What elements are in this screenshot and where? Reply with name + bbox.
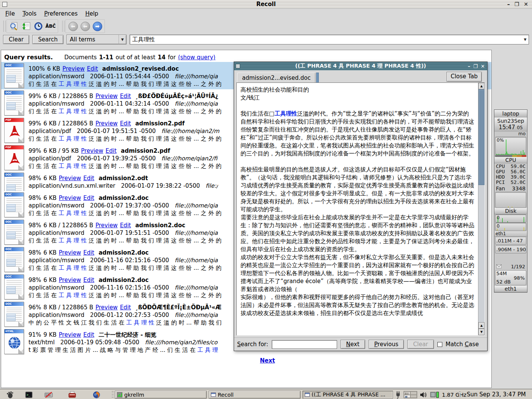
preview-maximize-button[interactable]: ❐ — [473, 63, 478, 69]
result-title: admission2.doc — [97, 195, 149, 201]
preview-window-menu-icon[interactable] — [236, 64, 240, 68]
edit-link[interactable]: Edit — [83, 249, 94, 256]
maximize-button[interactable]: ❐ — [515, 0, 519, 8]
close-tab-button[interactable]: Close Tab — [446, 72, 482, 82]
clear-button[interactable]: Clear — [3, 35, 29, 44]
preview-link[interactable]: Preview — [95, 93, 117, 100]
edit-link[interactable]: Edit — [120, 304, 131, 311]
preview-link[interactable]: Preview — [81, 147, 103, 154]
result-text: 98%6 KBPreviewEdit admission2.docapplica… — [28, 191, 222, 217]
taskbar-handle[interactable] — [112, 391, 114, 398]
scroll-down-icon[interactable]: ▼ — [478, 329, 484, 335]
result-title: admission2_revised.doc — [100, 65, 179, 72]
gkrellm-monitor[interactable]: laptop Sun23Sep 15:47 05 mo 0% CPU CPU59… — [494, 109, 527, 293]
doc-band: DOC — [5, 173, 24, 177]
preview-link[interactable]: Preview — [59, 195, 81, 201]
edit-link[interactable]: Edit — [83, 277, 94, 283]
task-button-1[interactable]: gkrellm — [115, 391, 207, 399]
menu-preferences[interactable]: Preferences — [40, 9, 81, 18]
preview-titlebar[interactable]: ((工 PHRASE 4 具 PHRASE 4 理 PHRASE 4 性)) –… — [234, 62, 487, 70]
first-page-button[interactable]: ⬅ — [67, 20, 79, 32]
workspace-4[interactable] — [410, 395, 417, 398]
preview-link[interactable]: Preview — [59, 277, 81, 283]
find-input[interactable] — [272, 340, 337, 349]
edit-link[interactable]: Edit — [120, 93, 131, 100]
show-query-link[interactable]: (show query) — [178, 54, 215, 61]
task-button-2[interactable]: Recoll — [209, 391, 301, 399]
gnome-foot-icon[interactable] — [5, 390, 14, 399]
preview-link[interactable]: Preview — [95, 304, 117, 311]
find-previous-button[interactable]: Previous — [369, 340, 404, 349]
menu-file[interactable]: File — [2, 9, 19, 18]
workspace-2[interactable] — [410, 391, 417, 395]
preview-link[interactable]: Preview — [59, 331, 81, 338]
terminal-icon[interactable]: >_ — [24, 390, 33, 399]
chevron-down-icon[interactable]: ▼ — [119, 35, 126, 44]
edit-link[interactable]: Edit — [120, 222, 131, 229]
previous-page-button[interactable]: ⬅ — [79, 20, 91, 32]
next-page-link[interactable]: Next — [260, 357, 275, 364]
edit-link[interactable]: Edit — [87, 65, 98, 72]
result-date: 2006-01-19 05:09:48 -0500 — [60, 339, 145, 346]
preview-find-bar: Search for: Next Previous Clear Match Ca… — [234, 337, 487, 351]
next-page-button[interactable]: ➡ — [91, 20, 103, 32]
result-mime: application/msword — [28, 73, 90, 80]
advanced-search-icon[interactable] — [8, 20, 20, 32]
toolbar-handle[interactable] — [3, 21, 5, 32]
preview-scrollbar[interactable]: ▲ ▲ ▼ — [478, 83, 484, 335]
edit-link[interactable]: Edit — [120, 120, 131, 127]
scrollbar-thumb[interactable] — [478, 89, 484, 185]
edit-link[interactable]: Edit — [83, 331, 94, 338]
toolbar-handle-2[interactable] — [62, 21, 64, 32]
snippet-highlight: 工 具 理 性 — [126, 319, 154, 326]
preview-link[interactable]: Preview — [95, 222, 117, 229]
query-history-arrow-icon[interactable]: ▼ — [522, 35, 529, 44]
window-task-icon — [305, 393, 310, 397]
preview-link[interactable]: Preview — [59, 249, 81, 256]
preview-close-button[interactable]: ✕ — [481, 63, 485, 69]
result-line-1: 98%6 KB / 1228865 BPreviewEdit admission… — [28, 222, 222, 229]
keyboard-off-icon[interactable] — [44, 390, 53, 399]
firefox-icon[interactable] — [92, 390, 101, 399]
main-titlebar[interactable]: Recoll – ❐ ✕ — [0, 0, 532, 9]
cpu-frequency-icon[interactable] — [430, 391, 439, 398]
power-plug-icon[interactable] — [395, 391, 401, 399]
query-input[interactable]: 工具理性 ▼ — [130, 35, 529, 44]
preview-minimize-button[interactable]: – — [468, 63, 470, 69]
preview-link[interactable]: Preview — [62, 65, 84, 72]
preview-link[interactable]: Preview — [95, 120, 117, 127]
menu-tools[interactable]: Tools — [19, 9, 40, 18]
workspace-1[interactable] — [404, 391, 410, 395]
task-button-3[interactable]: ((工 PHRASE 4 具 PHRASE ... — [302, 391, 393, 399]
result-relevance: 98% — [28, 249, 41, 256]
sort-parameters-icon[interactable] — [20, 20, 32, 32]
typewriter-icon[interactable] — [68, 390, 76, 399]
preview-link[interactable]: Preview — [59, 175, 81, 182]
workspace-switcher[interactable] — [404, 391, 417, 398]
edit-link[interactable]: Edit — [83, 195, 94, 201]
minimize-button[interactable]: – — [507, 0, 510, 8]
preview-tab[interactable]: admission2...evised.doc — [237, 73, 315, 82]
find-clear-button[interactable]: Clear — [407, 340, 434, 349]
window-menu-icon[interactable] — [2, 2, 7, 7]
match-case-checkbox[interactable] — [437, 342, 442, 347]
scroll-up-icon[interactable]: ▲ — [478, 83, 484, 89]
result-line-1: 98%6 KBPreviewEdit admission2.doc — [28, 276, 222, 284]
edit-link[interactable]: Edit — [106, 147, 117, 154]
menu-help[interactable]: Help — [81, 9, 102, 18]
find-next-button[interactable]: Next — [340, 340, 365, 349]
result-relevance: 99% — [28, 147, 41, 154]
search-button[interactable]: Search — [32, 35, 63, 44]
search-mode-select[interactable]: All terms ▼ — [66, 35, 127, 44]
result-line-1: 99%6 KB / 95 KBPreviewEdit admission2.pd… — [28, 147, 222, 155]
edit-link[interactable]: Edit — [83, 175, 94, 182]
close-button[interactable]: ✕ — [524, 0, 528, 8]
scroll-up2-icon[interactable]: ▲ — [478, 322, 484, 329]
volume-icon[interactable] — [420, 392, 428, 398]
result-snippet: 们 生 活 在 工 具 理 性 泛 滥 的 时 ... 帮 助 我 们 理 清 … — [28, 162, 222, 170]
workspace-3[interactable] — [404, 395, 410, 398]
results-header: Query results. Documents 1-11 out of at … — [1, 50, 491, 62]
history-clock-icon[interactable] — [32, 20, 44, 32]
term-explorer-icon[interactable]: ÅBĈ — [44, 20, 57, 32]
tab-indicator — [316, 73, 319, 82]
